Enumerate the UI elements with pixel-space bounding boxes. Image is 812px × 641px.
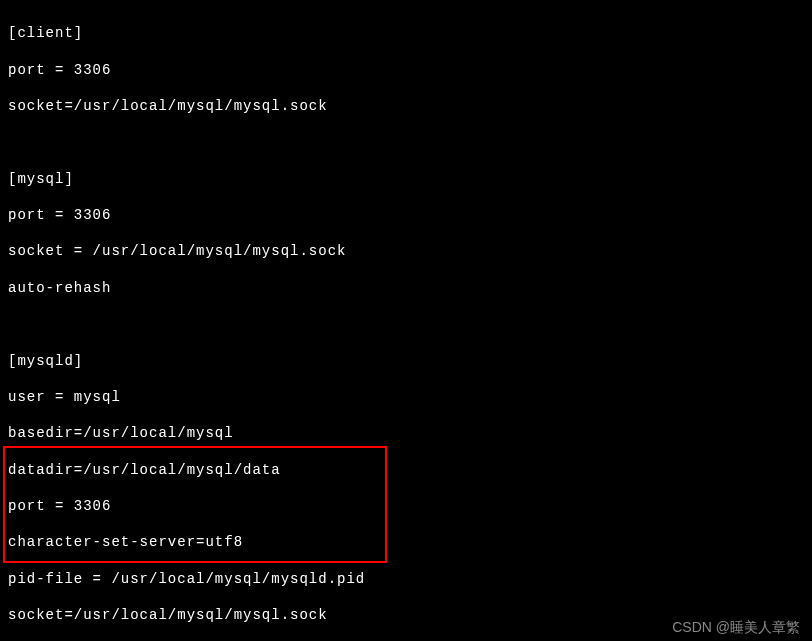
blank-line [8, 315, 804, 333]
config-line: port = 3306 [8, 61, 804, 79]
config-line: pid-file = /usr/local/mysql/mysqld.pid [8, 570, 804, 588]
config-line: socket = /usr/local/mysql/mysql.sock [8, 242, 804, 260]
config-line: user = mysql [8, 388, 804, 406]
config-line: port = 3306 [8, 497, 804, 515]
config-line: [client] [8, 24, 804, 42]
config-line: auto-rehash [8, 279, 804, 297]
config-line: basedir=/usr/local/mysql [8, 424, 804, 442]
config-line: character-set-server=utf8 [8, 533, 804, 551]
blank-line [8, 133, 804, 151]
config-line: socket=/usr/local/mysql/mysql.sock [8, 97, 804, 115]
terminal-output: [client] port = 3306 socket=/usr/local/m… [0, 0, 812, 641]
config-line: port = 3306 [8, 206, 804, 224]
config-line: [mysqld] [8, 352, 804, 370]
watermark: CSDN @睡美人章繁 [672, 619, 800, 637]
config-line: datadir=/usr/local/mysql/data [8, 461, 804, 479]
config-line: [mysql] [8, 170, 804, 188]
